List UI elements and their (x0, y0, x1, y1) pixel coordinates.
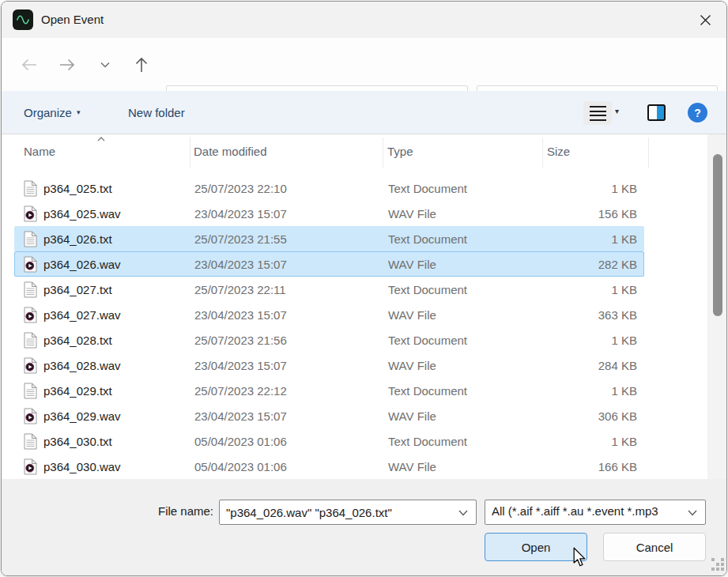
organize-label: Organize (24, 106, 72, 119)
file-name-label: File name: (112, 504, 213, 518)
scrollbar-track[interactable] (707, 134, 727, 479)
file-type: Text Document (388, 282, 467, 298)
file-name: p364_029.txt (43, 383, 112, 399)
file-name: p364_026.txt (43, 232, 112, 247)
file-name-combo (219, 500, 477, 525)
file-type: WAV File (388, 358, 436, 374)
open-event-dialog: Open Event (1, 1, 727, 576)
column-divider[interactable] (648, 138, 649, 168)
file-date-modified: 25/07/2023 21:56 (194, 333, 287, 349)
app-logo-icon (13, 9, 33, 30)
file-row[interactable]: p364_028.wav 23/04/2023 15:07 WAV File 2… (14, 353, 644, 378)
file-row[interactable]: p364_029.txt 25/07/2023 22:12 Text Docum… (14, 378, 644, 403)
cancel-button-label: Cancel (636, 541, 673, 554)
close-button[interactable] (690, 5, 720, 35)
file-row[interactable]: p364_028.txt 25/07/2023 21:56 Text Docum… (14, 327, 644, 353)
navigation-bar: « Windo... Audio (2, 38, 726, 91)
column-header-date-modified[interactable]: Date modified (194, 145, 267, 158)
file-row[interactable]: p364_025.wav 23/04/2023 15:07 WAV File 1… (14, 201, 644, 226)
recent-locations-button[interactable] (92, 51, 119, 78)
file-type: Text Document (388, 181, 467, 197)
sine-wave-icon (15, 12, 31, 28)
file-size: 282 KB (598, 257, 637, 273)
file-size: 306 KB (598, 409, 637, 424)
file-date-modified: 23/04/2023 15:07 (194, 307, 287, 323)
preview-pane-button[interactable] (647, 104, 666, 121)
file-date-modified: 25/07/2023 22:10 (194, 181, 287, 197)
file-type: Text Document (388, 333, 467, 349)
text-file-icon (24, 433, 37, 450)
file-name: p364_028.wav (43, 358, 121, 374)
file-list-pane: Name Date modified Type Size (2, 134, 727, 479)
forward-button[interactable] (54, 51, 81, 78)
audio-file-icon (24, 307, 37, 323)
file-date-modified: 23/04/2023 15:07 (194, 358, 287, 374)
column-header-type[interactable]: Type (387, 145, 413, 158)
file-size: 1 KB (611, 181, 637, 197)
file-row[interactable]: p364_027.txt 25/07/2023 22:11 Text Docum… (14, 277, 644, 302)
scrollbar-thumb[interactable] (713, 154, 722, 316)
audio-file-icon (24, 206, 37, 222)
mouse-cursor (571, 547, 588, 568)
file-type: WAV File (388, 459, 436, 475)
file-row[interactable]: p364_025.txt 25/07/2023 22:10 Text Docum… (14, 175, 644, 201)
file-date-modified: 23/04/2023 15:07 (194, 257, 287, 273)
column-header-size[interactable]: Size (547, 145, 570, 158)
new-folder-button[interactable]: New folder (128, 91, 185, 134)
file-row[interactable]: p364_026.wav 23/04/2023 15:07 WAV File 2… (14, 251, 644, 277)
file-date-modified: 05/04/2023 01:06 (194, 434, 287, 450)
column-header-name[interactable]: Name (24, 145, 55, 158)
file-row[interactable]: p364_029.wav 23/04/2023 15:07 WAV File 3… (14, 403, 644, 428)
title-bar: Open Event (2, 2, 726, 38)
file-name: p364_030.wav (43, 459, 121, 475)
file-name: p364_025.wav (43, 206, 121, 222)
command-bar: Organize ▾ New folder ▾ ? (2, 91, 726, 134)
chevron-down-icon[interactable] (458, 509, 469, 517)
organize-menu-button[interactable]: Organize ▾ (24, 91, 80, 134)
arrow-left-icon (20, 55, 39, 74)
change-view-button[interactable] (583, 101, 612, 125)
file-name-input[interactable] (220, 500, 457, 524)
file-size: 166 KB (598, 459, 637, 475)
up-button[interactable] (128, 51, 155, 78)
sort-ascending-icon (95, 134, 108, 144)
file-size: 156 KB (598, 206, 637, 222)
arrow-up-icon (132, 55, 151, 74)
help-button[interactable]: ? (688, 103, 707, 123)
file-row[interactable]: p364_027.wav 23/04/2023 15:07 WAV File 3… (14, 302, 644, 327)
file-date-modified: 25/07/2023 22:12 (194, 383, 287, 399)
file-name: p364_027.wav (43, 307, 121, 323)
file-type: Text Document (388, 383, 467, 399)
file-date-modified: 25/07/2023 22:11 (194, 282, 286, 298)
file-name: p364_028.txt (43, 333, 112, 349)
column-divider[interactable] (542, 138, 543, 168)
file-size: 1 KB (611, 232, 637, 247)
file-type: Text Document (388, 434, 467, 450)
text-file-icon (24, 231, 37, 247)
column-divider[interactable] (383, 138, 383, 168)
window-title: Open Event (41, 2, 104, 38)
file-row[interactable]: p364_030.wav 05/04/2023 01:06 WAV File 1… (14, 454, 644, 479)
help-icon: ? (694, 107, 701, 119)
view-options-dropdown[interactable]: ▾ (615, 107, 619, 115)
text-file-icon (24, 281, 37, 298)
file-type-select[interactable]: All (*.aif *.aiff *.au *.event *.mp3 (485, 500, 706, 525)
file-size: 1 KB (611, 282, 637, 298)
file-rows: p364_025.txt 25/07/2023 22:10 Text Docum… (2, 175, 707, 479)
cancel-button[interactable]: Cancel (603, 533, 706, 561)
file-name: p364_029.wav (43, 409, 121, 424)
file-row[interactable]: p364_030.txt 05/04/2023 01:06 Text Docum… (14, 428, 644, 454)
file-size: 284 KB (598, 358, 637, 374)
resize-grip[interactable] (711, 558, 715, 561)
column-divider[interactable] (190, 138, 190, 168)
file-row[interactable]: p364_026.txt 25/07/2023 21:55 Text Docum… (14, 226, 644, 251)
file-date-modified: 05/04/2023 01:06 (194, 459, 287, 475)
text-file-icon (24, 383, 37, 399)
text-file-icon (24, 180, 37, 197)
text-file-icon (24, 332, 37, 349)
new-folder-label: New folder (128, 106, 185, 119)
file-name: p364_026.wav (43, 257, 121, 273)
file-name: p364_027.txt (43, 282, 112, 298)
back-button[interactable] (16, 51, 43, 78)
audio-file-icon (24, 408, 37, 424)
